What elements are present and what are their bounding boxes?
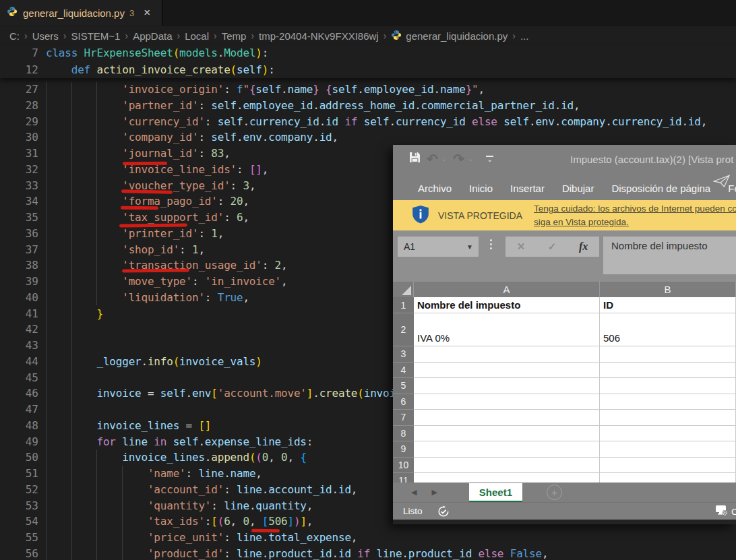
display-settings[interactable]: Con (715, 505, 736, 518)
insert-function-icon[interactable]: fx (579, 241, 588, 253)
row-header-7[interactable]: 7 (393, 410, 414, 426)
grid-cell[interactable] (414, 441, 600, 458)
share-icon[interactable] (713, 175, 731, 191)
grid-cell[interactable] (600, 441, 736, 458)
select-all-triangle-icon (402, 286, 411, 295)
breadcrumb-separator-icon: › (24, 30, 28, 41)
line-number: 34 (0, 193, 38, 210)
code-line[interactable]: 30 'company_id': self.env.company.id, (0, 129, 736, 146)
redo-dropdown-icon[interactable]: ⌄ (468, 155, 473, 162)
grid-cell[interactable]: Nombre del impuesto (414, 297, 600, 313)
grid-cell[interactable] (600, 394, 736, 410)
undo-icon[interactable]: ↶ (427, 152, 438, 166)
breadcrumb-item[interactable]: tmp-20404-NKv9FXXI86wj (259, 30, 379, 42)
sheet-nav-right-icon[interactable]: ▶ (431, 488, 437, 497)
red-underline-annotation (121, 206, 158, 210)
chevron-down-icon[interactable]: ▼ (466, 243, 473, 251)
code-line[interactable]: 55 'price_unit': line.total_expense, (0, 530, 736, 546)
line-number: 39 (0, 274, 38, 290)
redo-icon[interactable]: ↷ (453, 152, 464, 166)
grid-cell[interactable]: IVA 0% (414, 313, 600, 346)
ribbon-tab-inicio[interactable]: Inicio (469, 183, 493, 194)
column-header-A[interactable]: A (414, 282, 600, 297)
ribbon-tab-disposici-n-de-p-gina[interactable]: Disposición de página (611, 183, 710, 194)
row-header-3[interactable]: 3 (393, 346, 414, 363)
column-header-B[interactable]: B (600, 282, 736, 297)
sheet-nav-left-icon[interactable]: ◀ (411, 488, 417, 497)
tab-generar-liquidacion[interactable]: generar_liquidacion.py 3 × (0, 0, 162, 26)
line-number: 45 (0, 370, 38, 386)
select-all-corner[interactable] (393, 282, 414, 297)
breadcrumb-item[interactable]: Local (185, 30, 209, 42)
grid-cell[interactable] (600, 458, 736, 474)
customize-quick-access-icon[interactable]: ⌄ (486, 156, 493, 162)
formula-bar[interactable]: Nombre del impuesto (603, 237, 736, 274)
row-header-5[interactable]: 5 (393, 378, 414, 394)
grid-cell[interactable] (600, 363, 736, 379)
row-header-10[interactable]: 10 (393, 458, 414, 474)
line-number: 7 (0, 45, 38, 62)
row-header-8[interactable]: 8 (393, 426, 414, 442)
grid-row: 5 (393, 378, 736, 394)
enter-icon[interactable]: ✓ (548, 241, 557, 253)
spreadsheet-grid: AB 1Nombre del impuestoID2IVA 0%50634567… (393, 282, 736, 483)
grid-cell[interactable]: ID (600, 297, 736, 313)
grid-cell[interactable]: 506 (600, 313, 736, 346)
name-box[interactable]: A1 ▼ (398, 237, 479, 257)
red-underline-annotation (251, 529, 280, 532)
ribbon-tab-bar: ArchivoInicioInsertarDibujarDisposición … (393, 177, 736, 200)
code-line[interactable]: 7class HrExpenseSheet(models.Model): (0, 45, 736, 62)
grid-cell[interactable] (414, 363, 600, 379)
ribbon-tab-insertar[interactable]: Insertar (510, 183, 545, 194)
protected-view-label: VISTA PROTEGIDA (438, 210, 522, 221)
window-title: Impuesto (account.tax)(2) [Vista prot (570, 154, 733, 165)
grid-cell[interactable] (600, 473, 736, 483)
save-icon[interactable] (409, 152, 421, 166)
grid-cell[interactable] (600, 378, 736, 394)
breadcrumb-item[interactable]: ... (520, 30, 529, 42)
code-line[interactable]: 28 'partner_id': self.employee_id.addres… (0, 98, 736, 114)
code-line[interactable]: 27 'invoice_origin': f"{self.name} {self… (0, 82, 736, 98)
row-header-1[interactable]: 1 (393, 297, 414, 313)
screen: generar_liquidacion.py 3 × C:›Users›SIST… (0, 0, 736, 560)
grid-cell[interactable] (414, 346, 600, 363)
breadcrumb-item[interactable]: Temp (222, 30, 247, 42)
sheet-tab-sheet1[interactable]: Sheet1 (469, 483, 522, 503)
ribbon-tab-dibujar[interactable]: Dibujar (562, 183, 594, 194)
close-icon[interactable]: × (144, 6, 150, 20)
grid-cell[interactable] (414, 473, 600, 483)
line-number: 35 (0, 210, 38, 226)
grid-cell[interactable] (414, 410, 600, 426)
breadcrumb-item[interactable]: AppData (133, 30, 172, 42)
undo-dropdown-icon[interactable]: ⌄ (441, 155, 447, 162)
grid-cell[interactable] (600, 426, 736, 442)
breadcrumb-item[interactable]: generar_liquidacion.py (391, 30, 508, 42)
add-sheet-icon[interactable]: + (547, 485, 562, 500)
grid-cell[interactable] (600, 410, 736, 426)
row-header-6[interactable]: 6 (393, 394, 414, 410)
grid-cell[interactable] (414, 394, 600, 410)
breadcrumb-item[interactable]: Users (32, 30, 59, 42)
line-number: 49 (0, 434, 38, 450)
code-line[interactable]: 29 'currency_id': self.currency_id.id if… (0, 114, 736, 130)
breadcrumb-separator-icon: › (63, 30, 67, 41)
row-header-4[interactable]: 4 (393, 363, 414, 379)
grid-cell[interactable] (414, 458, 600, 474)
cancel-icon[interactable]: ✕ (517, 241, 526, 253)
row-header-9[interactable]: 9 (393, 441, 414, 458)
sticky-scroll[interactable]: 7class HrExpenseSheet(models.Model):12 d… (0, 45, 736, 78)
grid-cell[interactable] (414, 378, 600, 394)
grid-cell[interactable] (414, 426, 600, 442)
breadcrumb-item[interactable]: C: (9, 30, 20, 42)
row-header-2[interactable]: 2 (393, 313, 414, 346)
line-number: 50 (0, 449, 38, 466)
protected-view-link-line2[interactable]: siga en Vista protegida. (534, 216, 736, 229)
row-header-11[interactable]: 11 (393, 473, 414, 483)
ribbon-tab-archivo[interactable]: Archivo (418, 183, 452, 194)
breadcrumb-item[interactable]: SISTEM~1 (71, 30, 121, 42)
protected-view-link-line1[interactable]: Tenga cuidado: los archivos de Internet … (534, 202, 736, 216)
code-line[interactable]: 56 'product_id': line.product_id.id if l… (0, 546, 736, 560)
grid-cell[interactable] (600, 346, 736, 363)
code-line[interactable]: 12 def action_invoice_create(self): (0, 62, 736, 79)
quick-access-toolbar: ↶⌄ ↷⌄ ⌄ (409, 152, 493, 166)
